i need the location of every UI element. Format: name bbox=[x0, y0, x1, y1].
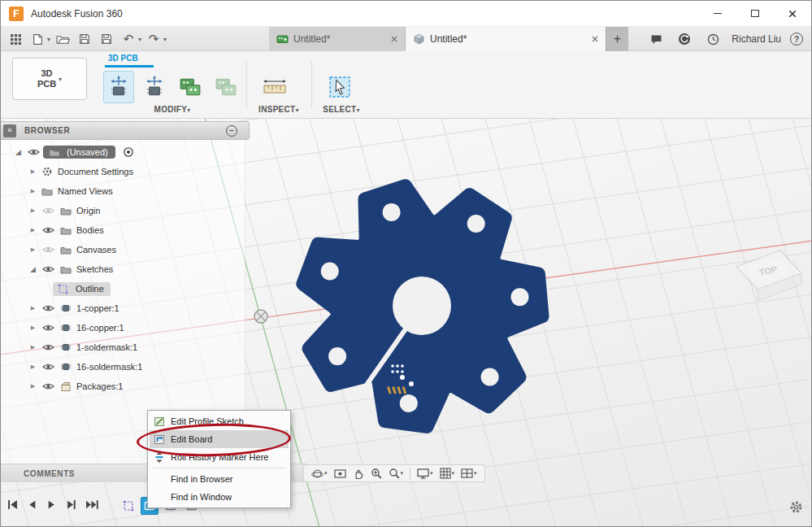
open-button[interactable] bbox=[53, 29, 72, 49]
modify-group-label[interactable]: MODIFY ▾ bbox=[103, 105, 241, 114]
expand-toggle-icon[interactable]: ▶ bbox=[27, 364, 39, 370]
visibility-eye-icon[interactable] bbox=[39, 207, 58, 215]
browser-item-canvases[interactable]: ▶ Canvases bbox=[1, 240, 245, 259]
go-to-start-button[interactable] bbox=[7, 499, 18, 510]
minimize-button[interactable] bbox=[699, 1, 736, 26]
new-design-caret[interactable]: ▾ bbox=[47, 36, 50, 43]
push-component-button[interactable] bbox=[139, 71, 170, 103]
selected-document-row[interactable]: (Unsaved) bbox=[43, 146, 115, 159]
play-button[interactable] bbox=[46, 499, 57, 510]
move-component-button[interactable] bbox=[103, 71, 134, 103]
menu-item-find-in-browser[interactable]: Find in Browser bbox=[150, 470, 289, 488]
expand-toggle-icon[interactable]: ▶ bbox=[27, 246, 39, 253]
orbit-button[interactable]: ▾ bbox=[308, 468, 331, 480]
orbit-caret[interactable]: ▾ bbox=[324, 470, 328, 477]
go-to-end-button[interactable] bbox=[85, 499, 99, 510]
job-status-button[interactable] bbox=[703, 29, 723, 49]
display-caret[interactable]: ▾ bbox=[430, 470, 433, 477]
inspect-group-label[interactable]: INSPECT ▾ bbox=[250, 105, 308, 114]
expand-toggle-icon[interactable]: ▶ bbox=[27, 383, 39, 390]
grid-snaps-button[interactable]: ▾ bbox=[436, 468, 458, 479]
browser-item-1-copper[interactable]: ▶ 1-copper:1 bbox=[1, 298, 245, 318]
help-button[interactable]: ? bbox=[790, 33, 803, 46]
fit-caret[interactable]: ▾ bbox=[401, 470, 404, 477]
app-grid-button[interactable] bbox=[6, 29, 25, 49]
expand-toggle-icon[interactable]: ▶ bbox=[27, 305, 39, 311]
visibility-eye-icon[interactable] bbox=[24, 148, 43, 156]
measure-button[interactable] bbox=[259, 71, 290, 103]
browser-item-named-views[interactable]: ▶ Named Views bbox=[1, 181, 245, 201]
browser-item-outline-sketch[interactable]: Outline bbox=[1, 279, 245, 298]
display-settings-button[interactable]: ▾ bbox=[414, 468, 436, 479]
view-cube[interactable]: TOP bbox=[727, 241, 808, 309]
grid-caret[interactable]: ▾ bbox=[452, 470, 455, 477]
visibility-eye-icon[interactable] bbox=[39, 246, 58, 254]
redo-caret[interactable]: ▾ bbox=[163, 36, 167, 43]
visibility-eye-icon[interactable] bbox=[39, 363, 58, 371]
step-back-button[interactable] bbox=[27, 499, 37, 510]
expand-toggle-icon[interactable]: ▶ bbox=[27, 227, 39, 233]
viewports-button[interactable]: ▾ bbox=[458, 468, 480, 478]
undo-button[interactable]: ↶ bbox=[119, 29, 138, 49]
close-button[interactable] bbox=[774, 1, 811, 26]
expand-toggle-icon[interactable]: ◢ bbox=[12, 148, 24, 156]
user-name[interactable]: Richard Liu bbox=[732, 33, 781, 45]
new-tab-button[interactable]: + bbox=[606, 27, 628, 51]
visibility-eye-icon[interactable] bbox=[39, 304, 58, 312]
visibility-eye-icon[interactable] bbox=[39, 265, 58, 273]
browser-item-unsaved[interactable]: ◢ (Unsaved) bbox=[1, 142, 245, 162]
expand-toggle-icon[interactable]: ▶ bbox=[27, 344, 39, 351]
preferences-button[interactable] bbox=[789, 500, 803, 514]
browser-item-packages[interactable]: ▶ Packages:1 bbox=[1, 377, 245, 396]
select-group-label[interactable]: SELECT ▾ bbox=[316, 105, 367, 114]
expand-toggle-icon[interactable]: ▶ bbox=[27, 168, 39, 175]
new-design-button[interactable] bbox=[28, 29, 47, 49]
maximize-button[interactable] bbox=[736, 1, 774, 26]
collapse-panel-icon[interactable]: « bbox=[3, 124, 16, 137]
menu-item-find-in-window[interactable]: Find in Window bbox=[150, 488, 289, 506]
sync-boards-button[interactable] bbox=[211, 71, 241, 103]
menu-item-edit-profile-sketch[interactable]: Edit Profile Sketch bbox=[150, 412, 289, 430]
workspace-selector[interactable]: 3D PCB ▾ bbox=[12, 58, 87, 100]
document-tab-1[interactable]: Untitled* bbox=[269, 27, 406, 51]
tab-close-icon[interactable] bbox=[592, 36, 598, 42]
browser-item-16-copper[interactable]: ▶ 16-copper:1 bbox=[1, 318, 245, 338]
tab-close-icon[interactable] bbox=[391, 36, 397, 42]
selected-sketch-row[interactable]: Outline bbox=[53, 282, 111, 296]
sync-status-button[interactable] bbox=[675, 29, 694, 49]
visibility-eye-icon[interactable] bbox=[39, 382, 58, 390]
undo-caret[interactable]: ▾ bbox=[138, 36, 141, 43]
expand-toggle-icon[interactable]: ◢ bbox=[27, 265, 39, 273]
expand-toggle-icon[interactable]: ▶ bbox=[27, 324, 39, 331]
collapse-tree-icon[interactable]: − bbox=[226, 125, 237, 137]
select-button[interactable] bbox=[324, 71, 355, 103]
browser-item-origin[interactable]: ▶ Origin bbox=[1, 201, 245, 220]
save-button[interactable] bbox=[75, 29, 94, 49]
redo-button[interactable]: ↷ bbox=[144, 29, 163, 49]
document-tab-2-active[interactable]: Untitled* bbox=[406, 27, 606, 51]
activate-radio-icon[interactable] bbox=[123, 146, 134, 158]
zoom-button[interactable] bbox=[367, 468, 385, 479]
look-at-button[interactable] bbox=[331, 468, 350, 480]
arrange-boards-button[interactable] bbox=[175, 71, 206, 103]
pan-button[interactable] bbox=[350, 468, 367, 480]
visibility-eye-icon[interactable] bbox=[39, 324, 58, 332]
fit-button[interactable]: ▾ bbox=[385, 468, 407, 479]
viewports-caret[interactable]: ▾ bbox=[474, 470, 477, 477]
browser-item-bodies[interactable]: ▶ Bodies bbox=[1, 220, 245, 240]
visibility-eye-icon[interactable] bbox=[39, 226, 58, 234]
browser-item-1-soldermask[interactable]: ▶ 1-soldermask:1 bbox=[1, 338, 245, 357]
timeline-feature-sketch[interactable] bbox=[119, 497, 137, 515]
menu-item-roll-history-marker[interactable]: Roll History Marker Here bbox=[150, 448, 289, 466]
browser-item-document-settings[interactable]: ▶ Document Settings bbox=[1, 162, 245, 181]
step-forward-button[interactable] bbox=[66, 499, 76, 510]
expand-toggle-icon[interactable]: ▶ bbox=[27, 188, 39, 194]
save-as-button[interactable] bbox=[97, 29, 116, 49]
visibility-eye-icon[interactable] bbox=[39, 343, 58, 351]
browser-item-sketches[interactable]: ◢ Sketches bbox=[1, 259, 245, 279]
browser-item-16-soldermask[interactable]: ▶ 16-soldermask:1 bbox=[1, 357, 245, 377]
comments-button[interactable] bbox=[646, 29, 666, 49]
ribbon-tab-3d-pcb[interactable]: 3D PCB bbox=[108, 54, 138, 63]
expand-toggle-icon[interactable]: ▶ bbox=[27, 207, 39, 214]
menu-item-edit-board[interactable]: Edit Board bbox=[150, 430, 289, 448]
